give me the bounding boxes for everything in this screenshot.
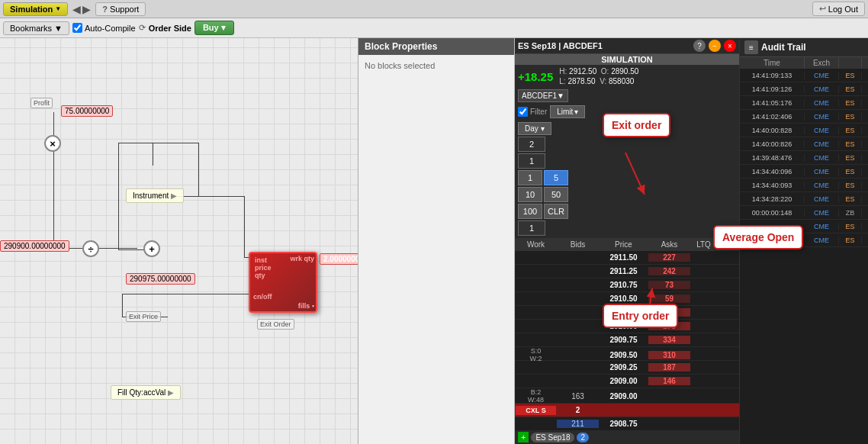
audit-row-8: 14:34:40:096 CME ES [740, 165, 868, 179]
price-4[interactable]: 2910.50 [599, 294, 648, 303]
audit-row-3: 14:41:05:176 CME ES [740, 96, 868, 110]
qty-btn-100[interactable]: 100 [518, 204, 542, 219]
instrument-node: Instrument [126, 188, 184, 203]
limit-button[interactable]: Limit ▾ [550, 105, 585, 118]
simulation-button[interactable]: Simulation ▼ [3, 2, 68, 16]
top-bar: Simulation ▼ ◀ ▶ Support Log Out [0, 0, 868, 18]
abcdef-button[interactable]: ABCDEF1▼ [518, 89, 568, 102]
filter-checkbox[interactable] [518, 107, 528, 117]
dom-row-5[interactable]: 2910.25 271 [515, 306, 739, 320]
tab-es-sep18[interactable]: ES Sep18 [531, 433, 574, 442]
audit-row-9: 14:34:40:093 CME ES [740, 179, 868, 192]
dom-row-7[interactable]: 2909.75 334 [515, 333, 739, 347]
dom-row-bid-1[interactable]: 211 2908.75 [515, 417, 739, 430]
exit-order-block[interactable]: inst price qty wrk qty 2.00000000 cn/off… [249, 252, 317, 313]
price-change: +18.25 [518, 70, 553, 83]
qty-btn-50[interactable]: 50 [544, 187, 568, 202]
dom-row-9[interactable]: 2909.25 187 [515, 361, 739, 375]
cxl-s-btn-row[interactable]: CXL S 2 [515, 404, 739, 417]
ask-5[interactable]: 271 [648, 308, 690, 317]
day-button[interactable]: Day ▾ [518, 122, 551, 135]
dom-row-6[interactable]: 2910.00 275 [515, 320, 739, 333]
sym-4: ES [839, 113, 862, 121]
auto-compile-checkbox[interactable] [72, 23, 82, 33]
price-high: 2912.50 [569, 67, 596, 76]
help-icon[interactable]: ? [693, 40, 706, 52]
ask-8[interactable]: 310 [648, 351, 690, 359]
ask-4[interactable]: 59 [648, 294, 690, 303]
main-layout: Profit 75.00000000 × 290900.00000000 ÷ 2… [0, 38, 868, 444]
simulation-arrow: ▼ [55, 5, 61, 12]
audit-thead: Time Exch [740, 57, 868, 69]
bid-b1[interactable]: 211 [557, 420, 599, 428]
audit-row-1: 14:41:09:133 CME ES [740, 69, 868, 82]
price-10[interactable]: 2909.00 [599, 377, 648, 385]
dom-footer: + ES Sep18 2 [515, 430, 739, 444]
refresh-icon[interactable]: ⟳ [139, 23, 146, 33]
ask-7[interactable]: 334 [648, 336, 690, 344]
dom-row-2[interactable]: 2911.25 242 [515, 265, 739, 278]
audit-title: Audit Trail [761, 42, 806, 53]
block-props-content: No blocks selected [358, 55, 514, 76]
qty-buttons-row-2: 10 50 [518, 187, 736, 202]
ask-2[interactable]: 242 [648, 267, 690, 275]
support-button[interactable]: Support [95, 2, 146, 16]
ask-10[interactable]: 146 [648, 377, 690, 385]
price-9[interactable]: 2909.25 [599, 363, 648, 372]
price-cxl[interactable]: 2909.00 [599, 392, 648, 401]
back-arrow[interactable]: ◀ [72, 3, 81, 15]
qty-btn-1[interactable]: 1 [518, 170, 542, 185]
dom-row-1[interactable]: 2911.50 227 [515, 251, 739, 265]
ask-1[interactable]: 227 [648, 253, 690, 262]
price-b1[interactable]: 2908.75 [599, 420, 648, 428]
dom-row-3[interactable]: 2910.75 73 [515, 278, 739, 292]
add-tab-button[interactable]: + [518, 432, 529, 442]
cxl-s-row[interactable]: B:2W:48 163 2909.00 [515, 388, 739, 404]
price-3[interactable]: 2910.75 [599, 281, 648, 289]
price-8[interactable]: 2909.50 [599, 351, 648, 359]
price-1[interactable]: 2911.50 [599, 253, 648, 262]
time-3: 14:41:05:176 [740, 99, 805, 107]
ask-3[interactable]: 73 [648, 281, 690, 289]
forward-arrow[interactable]: ▶ [82, 3, 91, 15]
no-blocks-text: No blocks selected [365, 61, 435, 70]
exch-8: CME [805, 168, 839, 175]
sym-9: ES [839, 182, 862, 189]
minimize-icon[interactable]: − [709, 40, 721, 52]
time-10: 14:34:28:220 [740, 195, 805, 203]
qty-input-main[interactable] [518, 137, 545, 152]
qty-btn-5[interactable]: 5 [544, 170, 568, 185]
exch-4: CME [805, 113, 839, 121]
price-5[interactable]: 2910.25 [599, 308, 648, 317]
buy-button[interactable]: Buy ▾ [194, 21, 234, 35]
cxl-s-button[interactable]: CXL S [516, 406, 556, 415]
logout-label: Log Out [828, 5, 858, 14]
audit-table[interactable]: Time Exch 14:41:09:133 CME ES 14:41:09:1… [740, 57, 868, 444]
price-7[interactable]: 2909.75 [599, 336, 648, 344]
price-bar: +18.25 H: 2912.50 O: 2890.50 L: 2878.50 … [515, 65, 739, 88]
limit-label: Limit [557, 108, 573, 116]
audit-panel: ≡ Audit Trail Time Exch 14:41:09:133 CME… [740, 38, 868, 444]
ask-9[interactable]: 187 [648, 363, 690, 372]
qty-btn-10[interactable]: 10 [518, 187, 542, 202]
qty-input-3[interactable] [518, 220, 545, 236]
price-6[interactable]: 2910.00 [599, 322, 648, 330]
logout-button[interactable]: Log Out [812, 2, 865, 16]
dom-row-8[interactable]: S:0W:2 2909.50 310 [515, 347, 739, 361]
tab-number: 2 [577, 433, 589, 442]
bookmarks-button[interactable]: Bookmarks ▼ [3, 21, 69, 35]
qty-btn-clr[interactable]: CLR [544, 204, 568, 219]
exch-6: CME [805, 140, 839, 148]
cxl-s-qty: 2 [557, 406, 599, 414]
dom-row-10[interactable]: 2909.00 146 [515, 375, 739, 388]
qty-controls-top: Day ▾ 1 5 10 50 100 CLR [515, 120, 739, 238]
close-icon[interactable]: × [724, 40, 736, 52]
buy-label: Buy [203, 23, 219, 32]
ask-6[interactable]: 275 [648, 322, 690, 330]
dom-row-4[interactable]: 2910.50 59 [515, 292, 739, 306]
qty-input-2[interactable] [518, 153, 545, 169]
canvas-area[interactable]: Profit 75.00000000 × 290900.00000000 ÷ 2… [0, 38, 358, 444]
dom-body[interactable]: Work Bids Price Asks LTQ 2911.50 227 291… [515, 238, 739, 430]
exch-9: CME [805, 182, 839, 189]
price-2[interactable]: 2911.25 [599, 267, 648, 275]
